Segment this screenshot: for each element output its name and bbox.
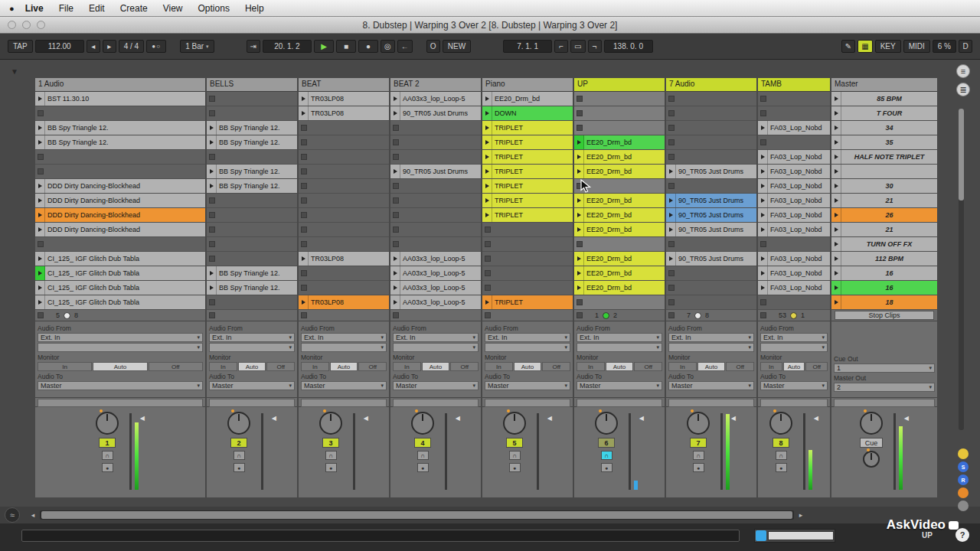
clip-launch-icon[interactable]	[574, 194, 584, 207]
cue-volume-knob[interactable]	[863, 451, 880, 468]
monitor-in-button[interactable]: In	[577, 362, 605, 371]
clip-launch-icon[interactable]	[574, 135, 584, 149]
clip-slot[interactable]: FA03_Lop_Nobd	[758, 179, 830, 194]
track-stop-button[interactable]	[668, 312, 675, 318]
clip-slot[interactable]: DDD Dirty Dancing-Blockhead	[35, 223, 205, 237]
solo-cue-button[interactable]: ∩	[509, 451, 521, 460]
overdub-button[interactable]: O	[426, 40, 440, 53]
input-channel-select[interactable]: ▾	[393, 343, 479, 352]
apple-menu-icon[interactable]: ●	[9, 4, 15, 13]
track-activator-button[interactable]: 5	[506, 438, 523, 448]
input-channel-select[interactable]: ▾	[668, 343, 754, 352]
clip-slot[interactable]: 90_TR05 Just Drums	[666, 223, 756, 237]
clip-slot[interactable]: FA03_Lop_Nobd	[758, 223, 830, 237]
clip-launch-icon[interactable]	[482, 135, 492, 149]
clip-launch-icon[interactable]	[35, 179, 45, 193]
output-type-select[interactable]: Master▾	[577, 381, 662, 390]
solo-cue-button[interactable]: ∩	[234, 451, 245, 460]
clip-launch-icon[interactable]	[35, 208, 45, 222]
clip-launch-icon[interactable]	[758, 208, 768, 222]
arm-button[interactable]: ●	[417, 463, 429, 472]
nudge-up-button[interactable]: ▸	[103, 40, 116, 53]
video-control-orange[interactable]	[958, 487, 969, 498]
zoom-window-button[interactable]	[37, 21, 45, 29]
scene-slot[interactable]: T FOUR	[831, 106, 937, 121]
track-header[interactable]: UP	[574, 78, 665, 92]
back-to-arrangement-button[interactable]: ←	[397, 40, 413, 53]
scene-slot[interactable]: HALF NOTE TRIPLET	[831, 150, 937, 165]
scene-launch-icon[interactable]	[831, 208, 841, 222]
clip-slot-empty[interactable]	[390, 194, 481, 208]
clip-launch-icon[interactable]	[758, 121, 768, 135]
track-activator-button[interactable]: 4	[414, 438, 431, 448]
pan-knob[interactable]	[411, 412, 434, 435]
master-track-header[interactable]: Master	[831, 78, 937, 92]
clip-slot-empty[interactable]	[758, 135, 830, 150]
clip-launch-icon[interactable]	[482, 106, 492, 120]
arm-button[interactable]: ●	[693, 463, 704, 472]
scene-slot[interactable]: 30	[831, 179, 937, 194]
scene-launch-icon[interactable]	[831, 106, 841, 120]
scene-slot[interactable]: 35	[831, 135, 937, 150]
clip-launch-icon[interactable]	[574, 252, 584, 266]
input-type-select[interactable]: Ext. In▾	[301, 333, 387, 342]
fader-handle[interactable]: ◀	[272, 415, 276, 422]
clip-slot-empty[interactable]	[207, 295, 297, 310]
fader-handle[interactable]: ◀	[140, 415, 145, 422]
fader-handle[interactable]: ◀	[731, 415, 736, 422]
track-stop-button[interactable]	[209, 312, 215, 318]
session-record-button[interactable]: ◎	[381, 40, 395, 53]
input-channel-select[interactable]: ▾	[760, 343, 828, 352]
close-window-button[interactable]	[8, 21, 16, 29]
clip-launch-icon[interactable]	[666, 252, 676, 266]
clip-slot[interactable]: 90_TR05 Just Drums	[666, 208, 756, 223]
input-type-select[interactable]: Ext. In▾	[393, 333, 479, 342]
scene-slot[interactable]: 34	[831, 121, 937, 135]
clip-slot-empty[interactable]	[299, 150, 389, 165]
record-button[interactable]: ●	[358, 40, 378, 53]
pan-knob[interactable]	[687, 412, 710, 435]
clip-launch-icon[interactable]	[574, 266, 584, 280]
clip-launch-icon[interactable]	[574, 223, 584, 236]
midi-map-button[interactable]: MIDI	[903, 40, 930, 53]
scene-launch-icon[interactable]	[831, 179, 841, 193]
clip-slot[interactable]: BB Spy Triangle 12.	[207, 165, 297, 179]
volume-fader[interactable]: ◀	[534, 412, 552, 491]
volume-fader[interactable]: ◀	[126, 412, 145, 491]
clip-slot-empty[interactable]	[666, 179, 756, 194]
clip-slot[interactable]: BB Spy Triangle 12.	[207, 179, 297, 194]
clip-slot-empty[interactable]	[207, 92, 297, 106]
overdub-d-button[interactable]: D	[959, 40, 972, 53]
track-header[interactable]: 1 Audio	[35, 78, 205, 92]
clip-launch-icon[interactable]	[574, 281, 584, 295]
clip-slot-empty[interactable]	[390, 179, 481, 194]
clip-slot[interactable]: EE20_Drm_bd	[574, 194, 665, 208]
clip-launch-icon[interactable]	[482, 165, 492, 178]
cue-button[interactable]: Cue	[860, 438, 883, 448]
monitor-in-button[interactable]: In	[209, 362, 237, 371]
clip-slot[interactable]: BST 11.30.10	[35, 92, 205, 106]
clip-slot[interactable]: TR03LP08	[299, 106, 389, 121]
input-type-select[interactable]: Ext. In▾	[577, 333, 662, 342]
clip-slot-empty[interactable]	[390, 135, 481, 150]
new-button[interactable]: NEW	[443, 40, 471, 53]
clip-slot[interactable]: DOWN	[482, 106, 573, 121]
punch-in-button[interactable]: ⌐	[554, 40, 568, 53]
track-header[interactable]: 7 Audio	[666, 78, 756, 92]
scene-launch-icon[interactable]	[831, 252, 841, 266]
clip-slot-empty[interactable]	[207, 252, 297, 266]
clip-launch-icon[interactable]	[299, 106, 309, 120]
clip-slot[interactable]: TRIPLET	[482, 150, 573, 165]
clip-slot-empty[interactable]	[390, 121, 481, 135]
clip-launch-icon[interactable]	[758, 252, 768, 266]
cue-out-select[interactable]: 1▾	[834, 364, 935, 373]
clip-slot[interactable]: TRIPLET	[482, 121, 573, 135]
clip-slot[interactable]: DDD Dirty Dancing-Blockhead	[35, 208, 205, 223]
clip-slot-empty[interactable]	[574, 121, 665, 135]
time-signature-display[interactable]: 4 / 4	[119, 40, 144, 53]
monitor-off-button[interactable]: Off	[149, 362, 203, 371]
volume-fader[interactable]: ◀	[800, 412, 818, 491]
volume-fader[interactable]: ◀	[442, 412, 460, 491]
clip-slot[interactable]: EE20_Drm_bd	[482, 92, 573, 106]
loop-start-display[interactable]: 7. 1. 1	[503, 40, 552, 53]
